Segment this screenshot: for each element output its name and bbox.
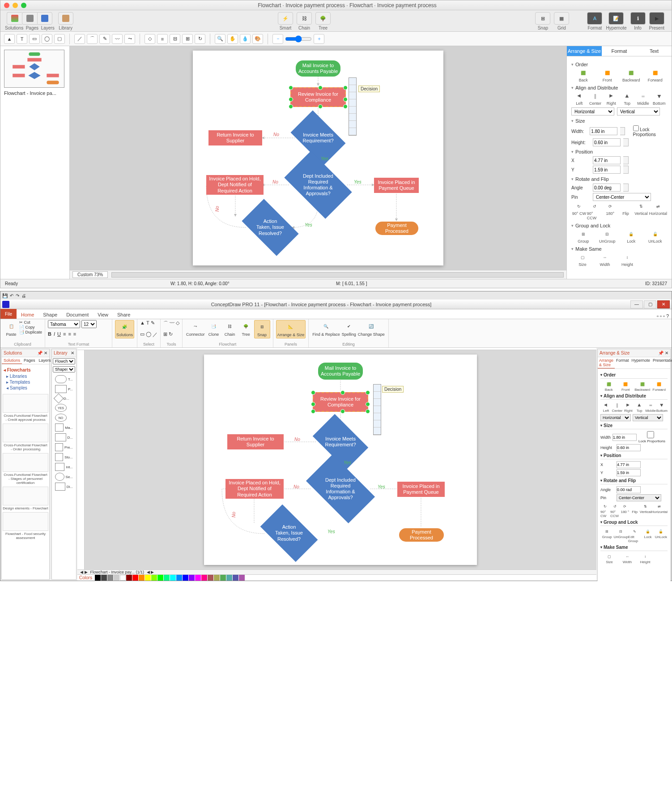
order-back[interactable]: 🟩Back — [571, 69, 595, 82]
rotate-180[interactable]: ⟳180° — [602, 202, 618, 220]
same-size[interactable]: ▢Size — [571, 253, 594, 267]
h-scrollbar[interactable] — [111, 272, 564, 278]
wshape-processed[interactable]: Payment Processed — [399, 528, 444, 542]
smart-button[interactable]: ⚡ — [278, 12, 293, 25]
present-button[interactable]: ▶ — [649, 12, 664, 25]
connector-tool[interactable]: ⤳ — [124, 34, 135, 44]
flip-vert[interactable]: ⇅Vertical — [634, 202, 649, 220]
width-input[interactable] — [590, 127, 617, 135]
solutions-panel-toggle[interactable]: 🧩Solutions — [115, 320, 134, 338]
wshape-hold[interactable]: Invoice Placed on Hold, Dept Notified of… — [225, 479, 284, 499]
zoom-tool[interactable]: 🔍 — [215, 34, 225, 44]
snap-button[interactable]: ⊞ — [535, 12, 550, 25]
ungroup-btn[interactable]: ⊟UnGroup — [595, 230, 620, 244]
bezier-tool[interactable]: 〰 — [112, 34, 123, 44]
duplicate-button[interactable]: 📑 Duplicate — [19, 330, 42, 334]
same-height[interactable]: ↕Height — [616, 253, 638, 267]
library-button[interactable] — [58, 12, 73, 25]
shape-d1[interactable]: Invoice Meets Requirement? — [295, 122, 341, 154]
view-tab[interactable]: View — [93, 311, 113, 319]
win-canvas[interactable]: Mail Invoice to Accounts Payable Review … — [204, 355, 477, 565]
y-input[interactable] — [593, 166, 621, 174]
select-tool[interactable]: ▲ — [140, 320, 145, 328]
shape-start[interactable]: Mail Invoice to Accounts Payable — [296, 60, 340, 77]
size-select[interactable]: 12 — [81, 320, 97, 328]
wshape-review-selected[interactable]: Review Invoice for Compliance — [313, 392, 368, 412]
rotate-tool[interactable]: ↻ — [195, 34, 205, 44]
tab-text[interactable]: Text — [637, 46, 672, 56]
change-shape-btn[interactable]: 🔄Change Shape — [357, 320, 386, 338]
align-center[interactable]: ║Center — [587, 92, 604, 106]
align-tool[interactable]: ≡ — [157, 34, 168, 44]
wshape-d3[interactable]: Action Taken, Issue Resolved? — [264, 517, 314, 549]
italic-button[interactable]: I — [54, 331, 55, 339]
wshape-queue[interactable]: Invoice Placed in Payment Queue — [397, 482, 445, 497]
pan-tool[interactable]: ✋ — [227, 34, 238, 44]
win-titlebar[interactable]: ConceptDraw PRO 11 - [Flowchart - Invoic… — [0, 299, 672, 309]
snap-btn[interactable]: ⊞Snap — [254, 320, 270, 338]
wshape-return[interactable]: Return Invoice to Supplier — [227, 434, 284, 449]
font-select[interactable]: Tahoma — [48, 320, 80, 328]
layers-button[interactable] — [37, 12, 52, 25]
chain-button[interactable]: ⛓ — [297, 12, 312, 25]
align-right[interactable]: ⯈Right — [603, 92, 619, 106]
pages-button[interactable] — [22, 12, 37, 25]
zoom-icon[interactable] — [21, 3, 26, 8]
zoom-slider[interactable] — [285, 35, 312, 43]
dist-vert[interactable]: Vertical — [617, 107, 660, 115]
pin-select[interactable]: Center-Center — [593, 193, 651, 201]
close-icon[interactable] — [4, 3, 9, 8]
copy-button[interactable]: 📄 Copy — [19, 325, 42, 329]
clone-btn[interactable]: 📑Clone — [206, 320, 222, 338]
connector-btn[interactable]: ⤳Connector — [185, 320, 206, 338]
max-button[interactable]: ▢ — [644, 300, 656, 308]
same-width[interactable]: ↔Width — [594, 253, 616, 267]
sample-3[interactable]: Cross-Functional Flowchart - Stages of p… — [3, 453, 48, 485]
x-input[interactable] — [593, 156, 621, 164]
zoom-out[interactable]: － — [272, 34, 283, 44]
rotate-cw[interactable]: ↻90° CW — [571, 202, 587, 220]
order-forward[interactable]: 🟧Forward — [643, 69, 668, 82]
sample-2[interactable]: Cross-Functional Flowchart - Order proce… — [3, 423, 48, 451]
cut-button[interactable]: ✂ Cut — [19, 320, 42, 325]
qa-save-icon[interactable]: 💾 — [2, 293, 8, 298]
hypernote-button[interactable]: 📝 — [608, 12, 624, 25]
rect-tool[interactable]: ▭ — [29, 34, 40, 44]
share-tab[interactable]: Share — [113, 311, 135, 319]
dist-horiz[interactable]: Horizontal — [571, 107, 614, 115]
qa-print-icon[interactable]: 🖨 — [21, 293, 26, 298]
group-btn[interactable]: ⊞Group — [571, 230, 595, 244]
pen-tool[interactable]: ✎ — [99, 34, 110, 44]
tab-arrange[interactable]: Arrange & Size — [567, 46, 602, 56]
align-left-button[interactable]: ≡ — [63, 331, 66, 339]
shape-tab[interactable]: Shape — [38, 311, 62, 319]
align-middle[interactable]: ═Middle — [635, 92, 651, 106]
wsmart-palette[interactable] — [373, 384, 381, 435]
distribute-tool[interactable]: ⊟ — [170, 34, 180, 44]
tree-button[interactable]: 🌳 — [315, 12, 331, 25]
paste-button[interactable]: 📋Paste — [3, 320, 19, 338]
underline-button[interactable]: U — [57, 331, 61, 339]
doc-tab[interactable]: Flowchart - Invoice pay... (1/1) — [90, 570, 144, 574]
height-input[interactable] — [593, 138, 621, 146]
spelling-btn[interactable]: ✔Spelling — [341, 320, 357, 338]
shape-review-selected[interactable]: Review Invoice for Compliance — [290, 87, 346, 107]
minimize-icon[interactable] — [13, 3, 18, 8]
unlock-btn[interactable]: 🔓UnLock — [643, 230, 668, 244]
bold-button[interactable]: B — [48, 331, 51, 339]
shape-return[interactable]: Return Invoice to Supplier — [208, 130, 262, 145]
flip-horiz[interactable]: ⇄Horizontal — [649, 202, 667, 220]
line-tool[interactable]: ／ — [74, 34, 85, 44]
shape-queue[interactable]: Invoice Placed in Payment Queue — [374, 178, 419, 193]
text-tool[interactable]: T — [17, 34, 27, 44]
document-tab[interactable]: Document — [62, 311, 93, 319]
find-btn[interactable]: 🔍Find & Replace — [311, 320, 341, 338]
ellipse-tool[interactable]: ◯ — [42, 34, 52, 44]
mac-titlebar[interactable]: Flowchart · Invoice payment process · Fl… — [0, 0, 672, 10]
pointer-tool[interactable]: ▲ — [4, 34, 15, 44]
wshape-start[interactable]: Mail Invoice to Accounts Payable — [318, 363, 363, 380]
shape-processed[interactable]: Payment Processed — [375, 222, 418, 235]
smart-shape-palette[interactable] — [349, 77, 357, 136]
page-thumbnail[interactable] — [4, 50, 64, 88]
wshape-d2[interactable]: Dept Included Required Information & App… — [310, 470, 370, 508]
